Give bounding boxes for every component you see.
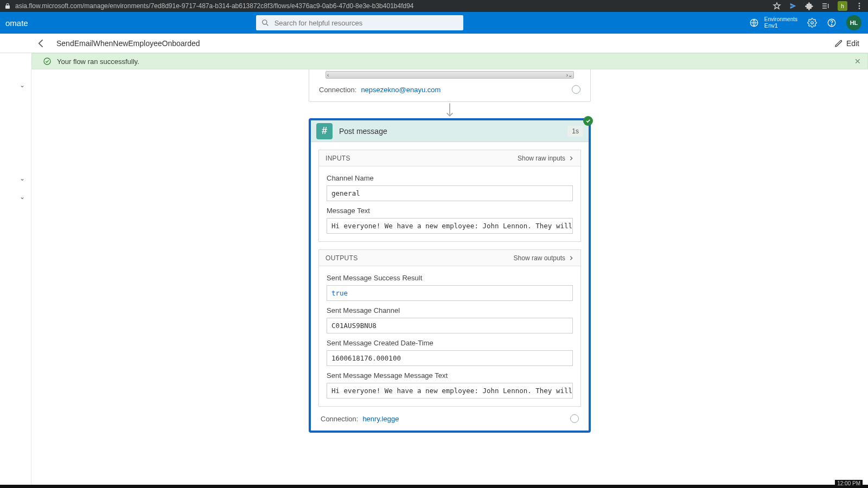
chevron-down-icon[interactable]: ⌄ bbox=[20, 193, 25, 201]
show-raw-inputs-link[interactable]: Show raw inputs bbox=[518, 155, 574, 162]
edit-button[interactable]: Edit bbox=[834, 39, 859, 48]
app-brand: omate bbox=[0, 18, 28, 28]
svg-point-0 bbox=[859, 3, 860, 4]
svg-point-3 bbox=[262, 20, 266, 24]
svg-point-8 bbox=[44, 58, 50, 65]
connection-status-icon bbox=[572, 85, 580, 94]
field-value: C01AUS9BNU8 bbox=[327, 318, 573, 333]
extensions-icon[interactable] bbox=[805, 2, 814, 10]
send-link-icon[interactable] bbox=[789, 2, 797, 10]
pencil-icon bbox=[834, 39, 843, 48]
banner-close-icon[interactable]: ✕ bbox=[854, 57, 861, 66]
settings-gear-icon[interactable] bbox=[807, 18, 817, 28]
windows-taskbar bbox=[0, 485, 868, 488]
help-icon[interactable] bbox=[827, 18, 837, 28]
search-icon bbox=[261, 19, 269, 27]
collapsed-dropdown[interactable]: ‹›⌄ bbox=[326, 71, 574, 79]
environment-label: Environments bbox=[764, 16, 797, 23]
page-header: SendEmailWhenNewEmployeeOnboarded Edit bbox=[0, 34, 868, 53]
connection-label: Connection: bbox=[319, 86, 356, 94]
field-value: general bbox=[327, 185, 573, 201]
step-duration: 1s bbox=[567, 126, 583, 137]
flow-connector-arrow bbox=[309, 102, 591, 118]
connection-label: Connection: bbox=[321, 415, 358, 423]
field-label: Sent Message Success Result bbox=[327, 274, 573, 282]
chevron-down-icon[interactable]: ⌄ bbox=[20, 175, 25, 182]
svg-point-7 bbox=[831, 24, 832, 25]
connection-link[interactable]: nepsezekno@enayu.com bbox=[361, 86, 441, 94]
app-header: omate Environments Env1 HL bbox=[0, 12, 868, 34]
chevron-right-icon bbox=[569, 156, 574, 161]
outputs-label: OUTPUTS bbox=[326, 254, 358, 262]
inputs-label: INPUTS bbox=[326, 155, 350, 162]
system-clock: 12:00 PM bbox=[835, 480, 863, 487]
left-nav: ⌄ ⌄ ⌄ bbox=[0, 69, 31, 488]
show-raw-outputs-link[interactable]: Show raw outputs bbox=[514, 254, 574, 262]
field-value: 1600618176.000100 bbox=[327, 350, 573, 366]
field-label: Sent Message Message Message Text bbox=[327, 371, 573, 380]
kebab-menu-icon[interactable] bbox=[855, 2, 864, 10]
field-value: Hi everyone! We have a new employee: Joh… bbox=[327, 383, 573, 399]
inputs-section: INPUTS Show raw inputs Channel Name gene… bbox=[318, 150, 581, 242]
connection-link[interactable]: henry.legge bbox=[362, 415, 399, 423]
search-field[interactable] bbox=[275, 19, 458, 27]
svg-point-2 bbox=[859, 8, 860, 9]
lock-icon bbox=[4, 3, 11, 9]
step-header[interactable]: # Post message 1s bbox=[311, 120, 589, 142]
svg-point-1 bbox=[859, 5, 860, 7]
edit-label: Edit bbox=[846, 39, 859, 48]
environment-name: Env1 bbox=[764, 22, 797, 29]
browser-address-bar: asia.flow.microsoft.com/manage/environme… bbox=[0, 0, 868, 12]
field-label: Message Text bbox=[327, 207, 573, 215]
flow-canvas[interactable]: ‹›⌄ Connection: nepsezekno@enayu.com # P… bbox=[31, 69, 868, 488]
bookmark-star-icon[interactable] bbox=[773, 2, 781, 10]
environment-icon bbox=[749, 18, 759, 28]
chevron-down-icon[interactable]: ⌄ bbox=[20, 81, 25, 89]
field-value: Hi everyone! We have a new employee: Joh… bbox=[327, 218, 573, 234]
show-raw-outputs-text: Show raw outputs bbox=[514, 254, 565, 262]
step-success-badge-icon bbox=[583, 116, 593, 126]
field-label: Sent Message Channel bbox=[327, 306, 573, 314]
reading-list-icon[interactable] bbox=[821, 2, 830, 10]
banner-text: Your flow ran successfully. bbox=[57, 57, 139, 66]
connection-status-icon bbox=[570, 414, 579, 423]
show-raw-inputs-text: Show raw inputs bbox=[518, 155, 565, 162]
url-text[interactable]: asia.flow.microsoft.com/manage/environme… bbox=[15, 2, 773, 10]
profile-badge[interactable]: h bbox=[838, 1, 847, 11]
previous-step-card[interactable]: ‹›⌄ Connection: nepsezekno@enayu.com bbox=[309, 69, 591, 102]
success-banner: Your flow ran successfully. ✕ bbox=[31, 53, 868, 69]
step-title: Post message bbox=[339, 127, 387, 136]
back-arrow-icon[interactable] bbox=[36, 38, 47, 49]
chevron-right-icon bbox=[569, 255, 574, 261]
field-label: Channel Name bbox=[327, 174, 573, 182]
flow-name: SendEmailWhenNewEmployeeOnboarded bbox=[56, 39, 200, 48]
outputs-section: OUTPUTS Show raw outputs Sent Message Su… bbox=[318, 249, 581, 407]
slack-connector-icon: # bbox=[316, 123, 333, 139]
post-message-step-card[interactable]: # Post message 1s INPUTS Show raw inputs bbox=[309, 118, 591, 433]
field-label: Sent Message Created Date-Time bbox=[327, 339, 573, 347]
success-check-icon bbox=[43, 57, 52, 66]
user-avatar[interactable]: HL bbox=[846, 15, 861, 30]
environment-picker[interactable]: Environments Env1 bbox=[749, 16, 797, 29]
field-value: true bbox=[327, 285, 573, 301]
svg-point-5 bbox=[811, 22, 814, 24]
search-input[interactable] bbox=[256, 15, 463, 30]
